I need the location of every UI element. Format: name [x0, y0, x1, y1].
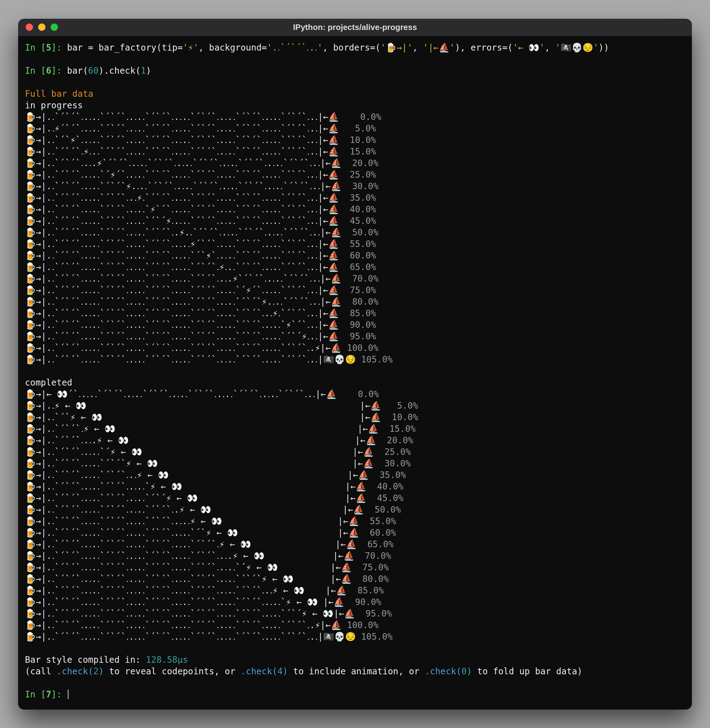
window-title: IPython: projects/alive-progress — [18, 22, 692, 32]
terminal-body[interactable]: In [5]: bar = bar_factory(tip='⚡', backg… — [18, 36, 692, 703]
titlebar: IPython: projects/alive-progress — [18, 19, 692, 36]
terminal-window: IPython: projects/alive-progress In [5]:… — [18, 19, 692, 710]
cursor-icon — [68, 690, 69, 699]
